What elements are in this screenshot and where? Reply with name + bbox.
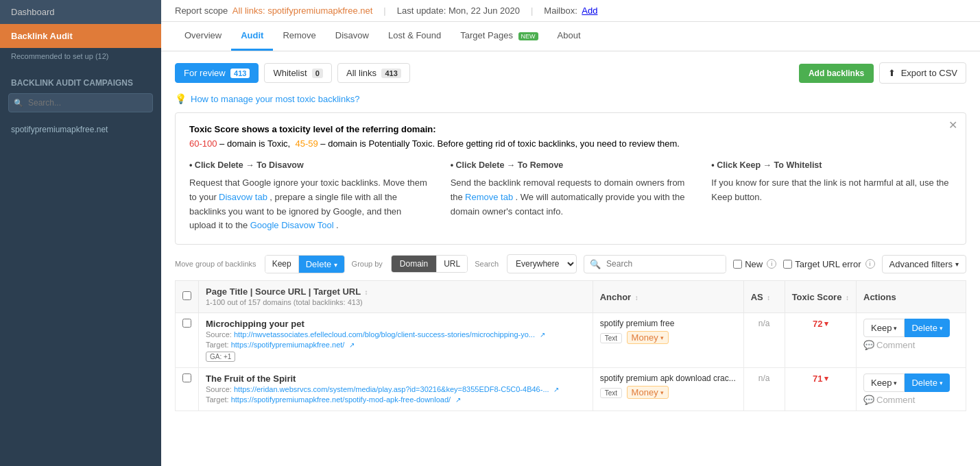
sidebar-item-backlink-audit[interactable]: Backlink Audit <box>0 24 161 48</box>
url-toggle-button[interactable]: URL <box>436 256 467 272</box>
keep-chevron-icon: ▾ <box>894 325 897 332</box>
backlinks-table: Page Title | Source URL | Target URL ↕ 1… <box>175 280 966 411</box>
close-icon[interactable]: ✕ <box>948 120 957 131</box>
banner-col-disavow: Click Delete → To Disavow Request that G… <box>189 158 430 233</box>
banner-col-whitelist-title: Click Keep → To Whitelist <box>711 158 952 172</box>
topbar-report-scope: Report scope All links: spotifypremiumap… <box>175 5 372 16</box>
search-input[interactable] <box>606 256 726 272</box>
banner-description: 60-100 – domain is Toxic, 45-59 – domain… <box>189 138 952 149</box>
row-checkbox-cell <box>176 313 199 368</box>
tab-audit[interactable]: Audit <box>231 22 273 51</box>
row-keep-button[interactable]: Keep ▾ <box>863 319 905 337</box>
move-group-label: Move group of backlinks <box>175 260 256 268</box>
tag-money[interactable]: Money ▾ <box>627 331 669 344</box>
add-backlinks-button[interactable]: Add backlinks <box>799 64 874 83</box>
action-buttons-row: Keep ▾ Delete ▾ <box>863 319 959 337</box>
delete-row-chevron-icon: ▾ <box>940 325 943 332</box>
sidebar-search-input[interactable] <box>8 93 153 112</box>
external-link-icon[interactable]: ↗ <box>553 386 559 393</box>
disavow-tab-link[interactable]: Disavow tab <box>219 192 267 202</box>
all-links-filter[interactable]: All links 413 <box>337 63 410 83</box>
everywhere-select[interactable]: Everywhere <box>507 254 577 273</box>
action-buttons-row: Keep ▾ Delete ▾ <box>863 373 959 392</box>
tag-text: Text <box>600 388 622 398</box>
table-body: Microchipping your pet Source: http://nw… <box>176 313 966 411</box>
export-icon: ⬆ <box>888 68 896 78</box>
table-controls: Move group of backlinks Keep Delete ▾ Gr… <box>175 254 966 273</box>
target-row: Target: https://spotifypremiumapkfree.ne… <box>206 394 586 404</box>
tab-overview[interactable]: Overview <box>175 22 231 51</box>
target-url-error-checkbox[interactable] <box>783 260 792 269</box>
search-input-wrap: 🔍 <box>584 255 726 273</box>
new-checkbox-label[interactable]: New i <box>733 259 776 269</box>
tab-remove[interactable]: Remove <box>273 22 325 51</box>
topbar-add-mailbox-link[interactable]: Add <box>582 5 597 16</box>
banner-col-remove: Click Delete → To Remove Send the backli… <box>451 158 691 233</box>
advanced-filters-button[interactable]: Advanced filters ▾ <box>882 255 967 273</box>
sidebar-campaign-item[interactable]: spotifypremiumapkfree.net <box>0 119 161 140</box>
new-checkbox[interactable] <box>733 260 742 269</box>
info-banner: ✕ Toxic Score shows a toxicity level of … <box>175 112 966 245</box>
select-all-checkbox[interactable] <box>182 291 191 300</box>
ga-badge[interactable]: GA: +1 <box>206 352 235 362</box>
tab-target-pages[interactable]: Target Pages NEW <box>451 22 547 51</box>
export-csv-button[interactable]: ⬆ Export to CSV <box>879 62 966 84</box>
row-checkbox[interactable] <box>182 319 191 328</box>
topbar-domain-link[interactable]: All links: spotifypremiumapkfree.net <box>232 5 372 16</box>
as-value: n/a <box>751 319 778 328</box>
external-link-icon[interactable]: ↗ <box>540 331 545 339</box>
row-checkbox[interactable] <box>182 373 191 382</box>
toxic-score: 72 ▾ <box>792 319 849 329</box>
toxic-range-1: 60-100 <box>189 138 217 149</box>
sidebar-item-dashboard[interactable]: Dashboard <box>0 0 161 24</box>
money-chevron-icon: ▾ <box>660 334 664 341</box>
source-url-link[interactable]: http://nwvetassociates.efellecloud.com/b… <box>234 330 535 339</box>
for-review-count: 413 <box>230 69 250 78</box>
google-disavow-link[interactable]: Google Disavow Tool <box>250 220 334 230</box>
target-url-error-label[interactable]: Target URL error i <box>783 259 874 269</box>
th-anchor: Anchor ↕ <box>593 281 743 313</box>
advanced-filters-chevron-icon: ▾ <box>955 260 959 268</box>
tab-disavow[interactable]: Disavow <box>326 22 379 51</box>
main-content: Report scope All links: spotifypremiumap… <box>161 0 980 466</box>
anchor-text: spotify premium apk download crac... <box>600 373 737 383</box>
tab-lost-found[interactable]: Lost & Found <box>379 22 451 51</box>
target-external-icon[interactable]: ↗ <box>349 341 355 349</box>
whitelist-filter[interactable]: Whitelist 0 <box>264 63 332 83</box>
comment-link[interactable]: 💬 Comment <box>863 395 959 405</box>
table-header-row: Page Title | Source URL | Target URL ↕ 1… <box>176 281 966 313</box>
new-info-icon[interactable]: i <box>767 259 776 269</box>
row-delete-button[interactable]: Delete ▾ <box>905 373 950 392</box>
toxic-sort-icon[interactable]: ↕ <box>846 294 849 302</box>
domain-toggle-button[interactable]: Domain <box>392 256 436 272</box>
comment-icon: 💬 <box>863 395 874 405</box>
th-as: AS ↕ <box>743 281 785 313</box>
toxic-chevron-icon[interactable]: ▾ <box>824 374 828 383</box>
delete-button[interactable]: Delete ▾ <box>299 256 344 273</box>
target-url-link[interactable]: https://spotifypremiumapkfree.net/spotif… <box>231 395 451 404</box>
source-url-link[interactable]: https://eridan.websrvcs.com/system/media… <box>234 385 549 393</box>
target-external-icon[interactable]: ↗ <box>455 396 461 404</box>
toxic-chevron-icon[interactable]: ▾ <box>824 319 828 328</box>
tip-link[interactable]: How to manage your most toxic backlinks? <box>191 94 359 104</box>
target-url-info-icon[interactable]: i <box>865 259 875 269</box>
comment-link[interactable]: 💬 Comment <box>863 340 959 350</box>
as-sort-icon[interactable]: ↕ <box>767 294 770 302</box>
tab-about[interactable]: About <box>548 22 590 51</box>
sidebar-recommended[interactable]: Recommended to set up (12) <box>0 48 161 67</box>
page-sort-icon[interactable]: ↕ <box>365 289 368 296</box>
filters-row: For review 413 Whitelist 0 All links 413… <box>175 62 966 84</box>
target-url-link[interactable]: https://spotifypremiumapkfree.net/ <box>231 341 345 349</box>
row-toxic-cell: 71 ▾ <box>785 368 856 411</box>
tag-money[interactable]: Money ▾ <box>627 386 669 399</box>
row-delete-button[interactable]: Delete ▾ <box>905 319 950 337</box>
keep-button[interactable]: Keep <box>265 256 299 273</box>
for-review-filter[interactable]: For review 413 <box>175 63 259 83</box>
keep-delete-group: Keep Delete ▾ <box>265 255 345 273</box>
row-anchor-cell: spotify premium apk download crac... Tex… <box>593 368 743 411</box>
row-keep-button[interactable]: Keep ▾ <box>863 373 905 392</box>
remove-tab-link[interactable]: Remove tab <box>465 192 513 202</box>
row-actions-cell: Keep ▾ Delete ▾ 💬 Comment <box>857 368 966 411</box>
banner-col-remove-title: Click Delete → To Remove <box>451 158 691 172</box>
anchor-sort-icon[interactable]: ↕ <box>635 294 638 302</box>
